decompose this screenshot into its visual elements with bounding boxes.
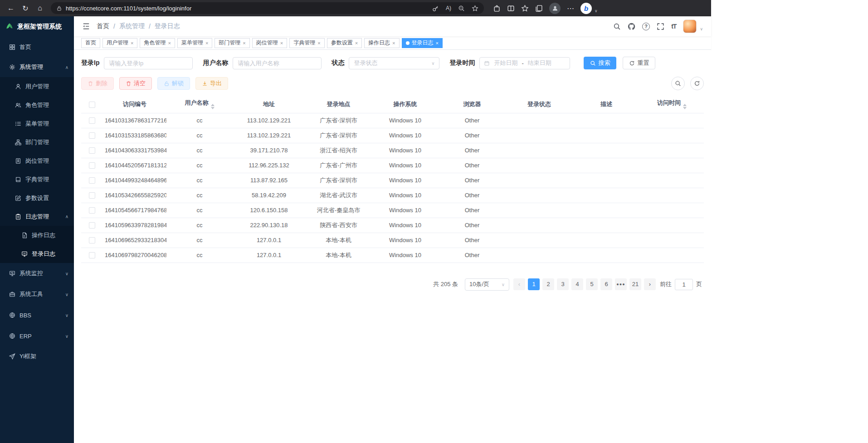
page-button-5[interactable]: 5 [586,278,598,290]
sidebar-item-departments[interactable]: 部门管理 [0,133,74,151]
copilot-caret-icon[interactable]: ∨ [595,9,598,14]
unlock-button[interactable]: 解锁 [157,77,190,90]
sidebar-item-bbs[interactable]: BBS ∨ [0,305,74,326]
login-ip-input[interactable] [104,57,193,69]
browser-back-icon[interactable]: ← [5,2,17,15]
row-checkbox[interactable] [89,147,95,154]
prev-page-button[interactable]: ‹ [513,278,525,290]
row-checkbox[interactable] [89,237,95,243]
extensions-icon[interactable] [493,5,501,12]
github-icon[interactable] [628,23,635,30]
table-row[interactable]: 1641054566717984768 cc 120.6.150.158 河北省… [81,203,704,218]
row-checkbox[interactable] [89,132,95,139]
close-icon[interactable]: × [280,40,283,46]
sidebar-item-erp[interactable]: ERP ∨ [0,326,74,346]
browser-refresh-icon[interactable]: ↻ [19,2,32,15]
close-icon[interactable]: × [205,40,208,46]
sort-icon[interactable] [211,104,215,109]
sidebar-item-users[interactable]: 用户管理 [0,77,74,96]
sidebar-item-system[interactable]: 系统管理 ∧ [0,57,74,77]
avatar-caret-icon[interactable]: ∨ [700,27,703,33]
row-checkbox[interactable] [89,117,95,124]
sidebar-item-logs[interactable]: 日志管理 ∧ [0,207,74,226]
refresh-table-button[interactable] [690,77,704,90]
tab-role-mgmt[interactable]: 角色管理× [140,38,175,48]
tab-post-mgmt[interactable]: 岗位管理× [252,38,287,48]
row-checkbox[interactable] [89,162,95,169]
breadcrumb-home[interactable]: 首页 [97,22,109,30]
tab-menu-mgmt[interactable]: 菜单管理× [177,38,212,48]
search-button[interactable]: 搜索 [584,57,616,69]
url-text[interactable]: https://ccnetcore.com:1101/system/log/lo… [66,5,429,12]
delete-button[interactable]: 删除 [81,77,114,90]
table-row[interactable]: 1641044520567181312 cc 112.96.225.132 广东… [81,158,704,173]
add-favorite-star-icon[interactable] [472,5,478,12]
tab-login-log[interactable]: 登录日志× [402,38,443,48]
row-checkbox[interactable] [89,192,95,199]
sidebar-item-menus[interactable]: 菜单管理 [0,114,74,133]
sidebar-item-tools[interactable]: 系统工具 ∨ [0,284,74,305]
reset-button[interactable]: 重置 [623,57,655,69]
sidebar-item-dictionary[interactable]: 字典管理 [0,170,74,189]
table-row[interactable]: 1641053426655825920 cc 58.19.42.209 湖北省-… [81,188,704,203]
sidebar-item-operation-log[interactable]: 操作日志 [0,226,74,244]
menu-fold-icon[interactable] [82,22,90,30]
tab-dept-mgmt[interactable]: 部门管理× [215,38,249,48]
more-pages-icon[interactable]: ●●● [615,278,627,290]
tab-param-settings[interactable]: 参数设置× [327,38,362,48]
sidebar-item-posts[interactable]: 岗位管理 [0,151,74,170]
sidebar-item-yi-framework[interactable]: Yi框架 [0,346,74,366]
read-aloud-icon[interactable]: A) [446,5,451,11]
tab-user-mgmt[interactable]: 用户管理× [102,38,137,48]
table-row[interactable]: 1641031533185863680 cc 113.102.129.221 广… [81,128,704,143]
table-row[interactable]: 1641043063331753984 cc 39.171.210.78 浙江省… [81,143,704,158]
app-logo[interactable]: 意框架管理系统 [0,16,74,37]
sidebar-item-roles[interactable]: 角色管理 [0,96,74,114]
fullscreen-icon[interactable] [657,23,664,30]
page-button-last[interactable]: 21 [629,278,641,290]
row-checkbox[interactable] [89,222,95,229]
address-bar[interactable]: https://ccnetcore.com:1101/system/log/lo… [51,2,484,14]
collections-icon[interactable] [535,5,543,12]
page-button-2[interactable]: 2 [542,278,554,290]
close-icon[interactable]: × [392,40,395,46]
close-icon[interactable]: × [355,40,358,46]
sidebar-item-monitoring[interactable]: 系统监控 ∨ [0,263,74,284]
favorites-icon[interactable] [521,5,529,12]
next-page-button[interactable]: › [644,278,656,290]
sort-icon[interactable] [683,104,687,109]
user-name-input[interactable] [233,57,322,69]
table-row[interactable]: 1641031367863177216 cc 113.102.129.221 广… [81,113,704,128]
search-icon[interactable] [613,23,621,30]
page-button-6[interactable]: 6 [600,278,612,290]
zoom-icon[interactable] [458,5,465,12]
status-select[interactable]: 登录状态 ∨ [349,57,439,69]
close-icon[interactable]: × [436,40,439,46]
tab-home[interactable]: 首页 [81,38,100,48]
table-row[interactable]: 1641044993248464896 cc 113.87.92.165 广东省… [81,173,704,188]
password-key-icon[interactable] [432,5,439,12]
split-screen-icon[interactable] [507,5,515,12]
close-icon[interactable]: × [131,40,133,46]
font-size-icon[interactable]: tT [671,23,676,30]
browser-more-icon[interactable]: ⋯ [567,4,574,13]
breadcrumb-system[interactable]: 系统管理 [119,22,145,30]
export-button[interactable]: 导出 [195,77,228,90]
tab-operation-log[interactable]: 操作日志× [364,38,399,48]
date-range-picker[interactable]: 开始日期 - 结束日期 [479,57,570,69]
page-size-select[interactable]: 10条/页 ∨ [465,278,509,291]
tab-dict-mgmt[interactable]: 字典管理× [289,38,324,48]
user-avatar[interactable] [683,19,697,33]
table-row[interactable]: 1641059633978281984 cc 222.90.130.18 陕西省… [81,218,704,233]
row-checkbox[interactable] [89,207,95,214]
goto-page-input[interactable] [675,279,693,290]
copilot-icon[interactable]: b [580,3,592,14]
help-icon[interactable]: ? [642,23,650,30]
close-icon[interactable]: × [168,40,171,46]
select-all-checkbox[interactable] [89,102,95,108]
row-checkbox[interactable] [89,252,95,258]
close-icon[interactable]: × [243,40,245,46]
sidebar-item-home[interactable]: 首页 [0,37,74,57]
sidebar-item-parameters[interactable]: 参数设置 [0,189,74,207]
clear-button[interactable]: 清空 [119,77,152,90]
